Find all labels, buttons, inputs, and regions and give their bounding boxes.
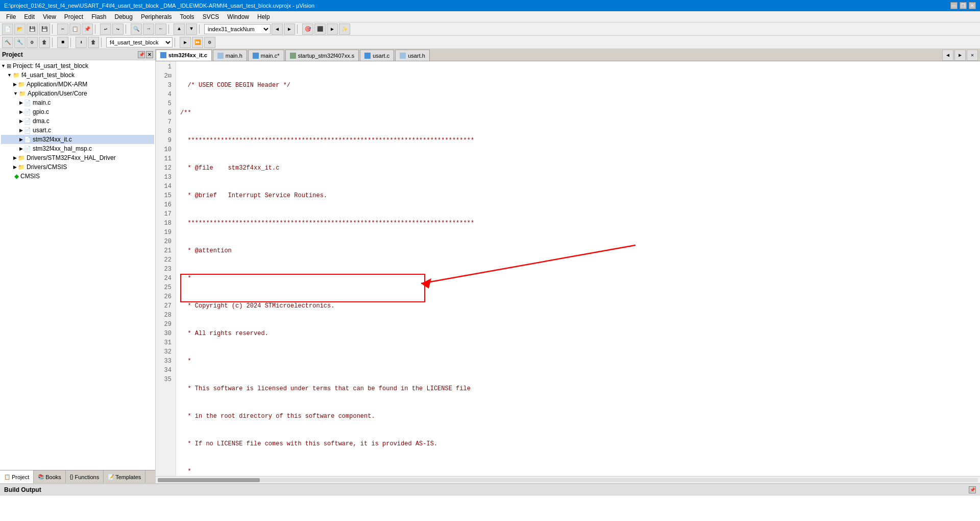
magic-btn[interactable]: ✨ <box>339 23 350 35</box>
build-output-area: Build Output 📌 ◀ ▶ <box>0 483 980 521</box>
tree-item-user-core[interactable]: ▼ Application/User/Core <box>1 89 154 98</box>
line-num-21: 21 <box>160 246 172 255</box>
go-button[interactable]: ⏩ <box>192 37 203 48</box>
unindent-button[interactable]: ← <box>155 23 166 35</box>
line-num-7: 7 <box>160 117 172 127</box>
menu-file[interactable]: File <box>2 12 20 21</box>
save-button[interactable]: 💾 <box>27 23 38 35</box>
menu-peripherals[interactable]: Peripherals <box>137 12 176 21</box>
run-button[interactable]: ▶ <box>180 37 191 48</box>
next-error-button[interactable]: ▼ <box>186 23 197 35</box>
tab-books[interactable]: 📚 Books <box>34 470 66 483</box>
project-panel-pin[interactable]: 📌 <box>138 51 145 58</box>
tree-item-project[interactable]: ▼ ⊞ Project: f4_usart_test_block <box>1 61 154 70</box>
save-all-button[interactable]: 💾 <box>39 23 50 35</box>
tree-item-drivers-cmsis[interactable]: ▶ Drivers/CMSIS <box>1 162 154 172</box>
copy-button[interactable]: 📋 <box>69 23 81 35</box>
code-content-area[interactable]: /* USER CODE BEGIN Header */ /** *******… <box>176 61 980 476</box>
code-editor[interactable]: 1 2⊟ 3 4 5 6 7 8 9 10 11 12 13 14 15 16 … <box>156 61 980 476</box>
tab-main-c[interactable]: main.c* <box>248 50 284 61</box>
tree-item-mdk-arm[interactable]: ▶ Application/MDK-ARM <box>1 80 154 89</box>
close-button[interactable]: ✕ <box>969 2 976 9</box>
step-btn[interactable]: ▶ <box>327 23 338 35</box>
track-num-combo[interactable]: index31_trackNum <box>204 24 271 34</box>
build-all-button[interactable]: 🔨 <box>2 37 13 48</box>
tab-stm32-it[interactable]: stm32f4xx_it.c <box>156 50 212 61</box>
download-button[interactable]: ⬇ <box>76 37 87 48</box>
cut-button[interactable]: ✂ <box>57 23 68 35</box>
track-btn2[interactable]: ▶ <box>284 23 295 35</box>
tab-templates[interactable]: 📝 Templates <box>104 470 145 483</box>
indent-button[interactable]: → <box>143 23 154 35</box>
stop-build-button[interactable]: ■ <box>57 37 68 48</box>
stop-btn[interactable]: ⬛ <box>314 23 326 35</box>
erase-button[interactable]: 🗑 <box>88 37 99 48</box>
tsep4 <box>175 38 178 47</box>
tree-item-cmsis[interactable]: ◆ CMSIS <box>1 172 154 181</box>
menu-project[interactable]: Project <box>60 12 87 21</box>
project-panel-close[interactable]: ✕ <box>146 51 153 58</box>
find-button[interactable]: 🔍 <box>131 23 142 35</box>
line-num-28: 28 <box>160 311 172 320</box>
tree-item-f4block[interactable]: ▼ f4_usart_test_block <box>1 70 154 80</box>
open-file-button[interactable]: 📂 <box>14 23 26 35</box>
tab-main-h[interactable]: main.h <box>213 50 247 61</box>
minimize-button[interactable]: — <box>950 2 958 9</box>
menu-window[interactable]: Window <box>223 12 253 21</box>
build-output-content[interactable] <box>0 495 980 521</box>
code-line-6: ****************************************… <box>180 219 976 228</box>
tab-usart-h[interactable]: usart.h <box>395 50 430 61</box>
tree-label-main-c: main.c <box>33 99 51 106</box>
clean-button[interactable]: 🗑 <box>39 37 50 48</box>
tree-item-gpio-c[interactable]: ▶ gpio.c <box>1 107 154 116</box>
tree-item-hal-msp[interactable]: ▶ stm32f4xx_hal_msp.c <box>1 144 154 153</box>
target-btn[interactable]: 🎯 <box>302 23 313 35</box>
menu-edit[interactable]: Edit <box>20 12 39 21</box>
tab-project[interactable]: 📋 Project <box>0 470 34 483</box>
title-bar: E:\project_01\62_test_f4_new\USART_F4\f4… <box>0 0 980 11</box>
line-num-20: 20 <box>160 237 172 246</box>
tree-item-usart-c[interactable]: ▶ usart.c <box>1 126 154 135</box>
menu-help[interactable]: Help <box>253 12 274 21</box>
tree-item-dma-c[interactable]: ▶ dma.c <box>1 116 154 126</box>
compile-button[interactable]: ⚙ <box>27 37 38 48</box>
editor-scrollbar[interactable] <box>156 476 980 483</box>
menu-tools[interactable]: Tools <box>176 12 199 21</box>
build-output-header: Build Output 📌 <box>0 484 980 495</box>
tabs-right-scroll[interactable]: ▶ <box>954 50 966 61</box>
tabs-left-scroll[interactable]: ◀ <box>942 50 953 61</box>
prev-error-button[interactable]: ▲ <box>174 23 185 35</box>
tabs-close[interactable]: ✕ <box>967 50 978 61</box>
target-combo[interactable]: f4_usart_test_block <box>106 37 173 48</box>
redo-button[interactable]: ↪ <box>112 23 124 35</box>
tree-item-main-c[interactable]: ▶ main.c <box>1 98 154 107</box>
code-line-4: * @file stm32f4xx_it.c <box>180 163 976 173</box>
menu-view[interactable]: View <box>39 12 60 21</box>
project-bottom-tabs: 📋 Project 📚 Books {} Functions 📝 Templat… <box>0 470 156 483</box>
settings-button[interactable]: ⚙ <box>204 37 215 48</box>
tab-usart-c[interactable]: usart.c <box>360 50 394 61</box>
tree-label-hal-msp: stm32f4xx_hal_msp.c <box>33 145 92 152</box>
tree-item-hal-driver[interactable]: ▶ Drivers/STM32F4xx_HAL_Driver <box>1 153 154 162</box>
tab-startup[interactable]: startup_stm32f407xx.s <box>285 50 359 61</box>
rebuild-button[interactable]: 🔧 <box>14 37 26 48</box>
undo-button[interactable]: ↩ <box>100 23 111 35</box>
separator4 <box>168 25 172 34</box>
maximize-button[interactable]: ❐ <box>960 2 967 9</box>
tab-functions[interactable]: {} Functions <box>66 470 104 483</box>
paste-button[interactable]: 📌 <box>82 23 93 35</box>
line-num-29: 29 <box>160 320 172 329</box>
build-output-pin[interactable]: 📌 <box>969 486 976 493</box>
scrollbar-thumb[interactable] <box>158 478 260 482</box>
functions-tab-icon: {} <box>70 474 74 480</box>
tab-main-c-label: main.c* <box>261 53 280 59</box>
menu-flash[interactable]: Flash <box>87 12 110 21</box>
track-btn1[interactable]: ◀ <box>272 23 283 35</box>
menu-debug[interactable]: Debug <box>111 12 137 21</box>
new-file-button[interactable]: 📄 <box>2 23 13 35</box>
tree-label-drivers-cmsis: Drivers/CMSIS <box>27 163 67 171</box>
menu-svcs[interactable]: SVCS <box>199 12 224 21</box>
tree-label-gpio-c: gpio.c <box>33 108 49 115</box>
tree-item-stm32-it[interactable]: ▶ stm32f4xx_it.c <box>1 135 154 144</box>
scrollbar-track[interactable] <box>158 478 978 482</box>
